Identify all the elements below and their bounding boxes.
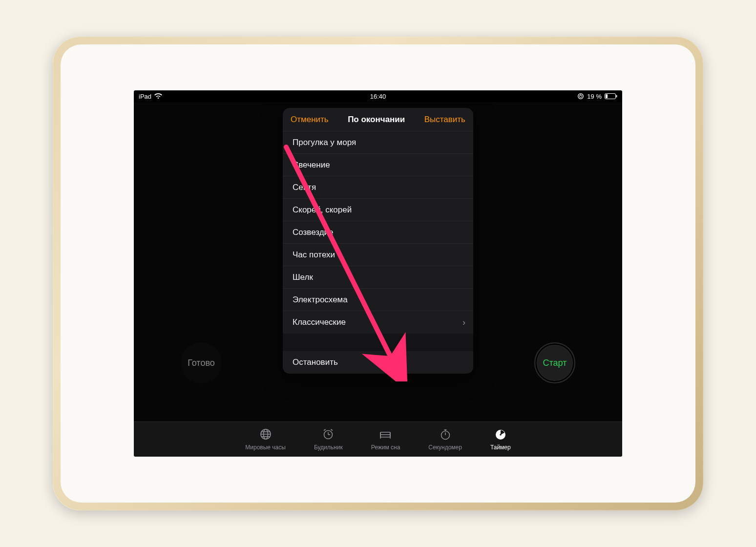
chevron-right-icon: › xyxy=(462,317,465,328)
device-label: iPad xyxy=(139,93,151,100)
tab-alarm[interactable]: Будильник xyxy=(314,428,343,451)
tab-world-clock[interactable]: Мировые часы xyxy=(245,428,286,451)
screen: iPad 16:40 19 % xyxy=(134,90,622,457)
sound-option-label: Созвездие xyxy=(293,228,334,237)
sound-option-label: Электросхема xyxy=(293,295,348,305)
svg-point-22 xyxy=(500,434,501,435)
done-button-label: Готово xyxy=(188,358,215,368)
battery-icon xyxy=(605,93,617,99)
sound-option-label: Шелк xyxy=(293,273,313,282)
alarm-clock-icon xyxy=(321,428,335,442)
wifi-icon xyxy=(154,93,162,99)
battery-label: 19 % xyxy=(587,93,602,100)
tab-label: Будильник xyxy=(314,444,343,451)
sound-option-row[interactable]: Классические› xyxy=(283,311,473,334)
tab-label: Мировые часы xyxy=(245,444,286,451)
popover-title: По окончании xyxy=(348,115,405,125)
svg-rect-2 xyxy=(606,94,608,98)
sound-option-label: Сентя xyxy=(293,183,316,192)
when-timer-ends-popover: Отменить По окончании Выставить Прогулка… xyxy=(283,108,473,374)
tab-stopwatch[interactable]: Секундомер xyxy=(428,428,462,451)
stopwatch-icon xyxy=(439,428,452,442)
sound-option-label: Скорей, скорей xyxy=(293,205,352,215)
tab-label: Режим сна xyxy=(371,444,400,451)
tab-timer[interactable]: Таймер xyxy=(490,428,511,451)
sound-option-label: Свечение xyxy=(293,160,330,170)
set-button[interactable]: Выставить xyxy=(424,115,465,125)
start-button-label: Старт xyxy=(543,358,567,368)
stop-playing-label: Остановить xyxy=(293,358,338,367)
sound-option-row[interactable]: Час потехи xyxy=(283,244,473,266)
orientation-lock-icon xyxy=(577,93,584,100)
sound-option-row[interactable]: Скорей, скорей xyxy=(283,199,473,221)
sound-option-row[interactable]: Шелк xyxy=(283,266,473,289)
tab-bar: Мировые часыБудильникРежим снаСекундомер… xyxy=(134,421,622,457)
sound-option-label: Час потехи xyxy=(293,250,335,260)
bed-icon xyxy=(378,428,392,442)
sound-option-row[interactable]: Прогулка у моря xyxy=(283,131,473,154)
sound-option-row[interactable]: Сентя xyxy=(283,176,473,199)
cancel-button[interactable]: Отменить xyxy=(291,115,329,125)
tab-label: Таймер xyxy=(490,444,511,451)
timer-icon xyxy=(494,428,507,442)
sound-option-row[interactable]: Свечение xyxy=(283,154,473,176)
sound-option-row[interactable]: Созвездие xyxy=(283,221,473,244)
globe-icon xyxy=(259,428,273,442)
ipad-frame: iPad 16:40 19 % xyxy=(53,37,703,510)
sound-option-row[interactable]: Электросхема xyxy=(283,289,473,311)
clock-label: 16:40 xyxy=(370,93,386,100)
start-button[interactable]: Старт xyxy=(534,342,575,383)
ipad-bezel: iPad 16:40 19 % xyxy=(61,44,695,503)
sound-option-label: Прогулка у моря xyxy=(293,138,356,147)
tab-label: Секундомер xyxy=(428,444,462,451)
status-bar: iPad 16:40 19 % xyxy=(134,90,622,102)
sound-option-label: Классические xyxy=(293,317,346,327)
svg-rect-3 xyxy=(616,95,617,98)
done-button[interactable]: Готово xyxy=(181,342,222,383)
stop-playing-row[interactable]: Остановить xyxy=(283,351,473,374)
tab-bedtime[interactable]: Режим сна xyxy=(371,428,400,451)
